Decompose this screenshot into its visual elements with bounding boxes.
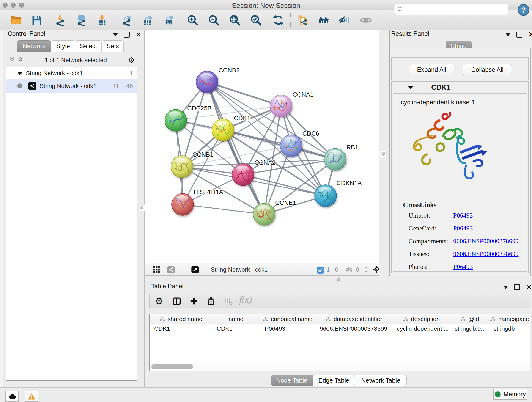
birdseye-view-icon[interactable]	[152, 265, 161, 274]
node-CDKN1A[interactable]	[315, 185, 336, 207]
show-hidden-button[interactable]	[359, 13, 373, 27]
node-table[interactable]: shared namenamecanonical namedatabase id…	[149, 314, 530, 371]
tab-node-table[interactable]: Node Table	[271, 375, 313, 386]
column-header--id[interactable]: @id	[450, 314, 489, 324]
crosslink-link[interactable]: 9606.ENSP00000378699	[453, 250, 519, 258]
network-graph[interactable]: CCNB2CCNA1CDC25BCDK1CDC6RB1CCNB1CCNA2CDK…	[145, 30, 379, 263]
table-cell[interactable]: 9606.ENSP00000378699	[315, 324, 393, 333]
zoom-out-button[interactable]	[207, 13, 220, 27]
memory-button[interactable]: Memory	[493, 389, 527, 400]
node-CDC6[interactable]	[280, 135, 302, 157]
node-CCNB1[interactable]	[171, 156, 193, 178]
refresh-button[interactable]	[272, 13, 285, 27]
export-table-button[interactable]	[141, 13, 154, 27]
column-header-canonical-name[interactable]: canonical name	[260, 314, 315, 324]
column-header-name[interactable]: name	[212, 314, 260, 324]
crosslink-label: GeneCard:	[403, 225, 453, 232]
table-cell[interactable]: CDK1	[150, 324, 212, 333]
node-CDK1[interactable]	[212, 119, 234, 141]
crosslink-link[interactable]: P06493	[453, 212, 473, 219]
panel-close-icon[interactable]: ✕	[136, 32, 141, 37]
scrollbar-thumb[interactable]	[152, 364, 193, 369]
search-input[interactable]	[394, 4, 508, 15]
export-view-icon[interactable]	[191, 265, 199, 274]
panel-menu-icon[interactable]	[113, 33, 118, 36]
string-badge-icon[interactable]	[167, 265, 175, 274]
tab-network-table[interactable]: Network Table	[355, 375, 407, 386]
import-network-button[interactable]	[53, 13, 66, 27]
expand-all-icon[interactable]	[17, 56, 24, 64]
clone-network-button[interactable]	[296, 13, 309, 27]
table-cell[interactable]: stringdb	[489, 324, 530, 333]
table-cell[interactable]: CDK1	[212, 324, 260, 333]
panel-float-icon[interactable]	[516, 32, 522, 38]
node-CDC25B[interactable]	[165, 109, 187, 131]
import-table-button[interactable]	[95, 13, 109, 27]
zoom-selected-button[interactable]	[249, 13, 263, 27]
zoom-fit-button[interactable]	[228, 13, 241, 27]
export-image-button[interactable]	[162, 13, 176, 27]
help-button[interactable]: ?	[517, 4, 530, 16]
tab-select[interactable]: Select	[75, 40, 102, 52]
panel-menu-icon[interactable]	[503, 286, 508, 289]
edge-CCNB2-CCNA1[interactable]	[207, 82, 281, 106]
tab-sets[interactable]: Sets	[102, 40, 124, 52]
table-settings-gear-icon[interactable]: ⚙	[154, 296, 164, 306]
save-session-button[interactable]	[30, 13, 44, 27]
panel-menu-icon[interactable]	[505, 33, 510, 36]
panel-close-icon[interactable]: ✕	[526, 285, 532, 289]
show-all-houses-button[interactable]	[317, 13, 330, 27]
splitter-handle[interactable]	[380, 151, 386, 157]
node-label-CCNA2: CCNA2	[254, 159, 276, 166]
cloud-status-button[interactable]	[5, 391, 19, 402]
collapse-all-icon[interactable]	[8, 56, 15, 64]
hidden-eye-icon[interactable]	[345, 265, 353, 274]
add-column-icon[interactable]	[189, 296, 199, 306]
gene-section-header[interactable]: CDK1	[392, 82, 528, 93]
tab-network[interactable]: Network	[17, 40, 51, 52]
splitter-handle[interactable]	[336, 276, 342, 282]
node-RB1[interactable]	[324, 148, 346, 170]
collapse-section-icon[interactable]	[408, 86, 413, 89]
show-columns-icon[interactable]	[172, 296, 181, 306]
network-row-selected[interactable]: String Network - cdk1 11 48	[6, 79, 137, 93]
node-CCNE1[interactable]	[253, 203, 275, 225]
node-CCNA1[interactable]	[270, 95, 292, 117]
column-header-description[interactable]: description	[393, 314, 450, 324]
hide-selected-button[interactable]	[338, 13, 351, 27]
zoom-in-button[interactable]	[186, 13, 199, 27]
collection-expand-icon[interactable]	[17, 70, 23, 77]
table-cell[interactable]: stringdb:9...	[450, 324, 489, 333]
column-header-database-identifier[interactable]: database identifier	[315, 314, 393, 324]
panel-close-icon[interactable]: ✕	[528, 32, 532, 37]
gear-icon[interactable]: ⚙	[128, 56, 135, 64]
network-view[interactable]: CCNB2CCNA1CDC25BCDK1CDC6RB1CCNB1CCNA2CDK…	[145, 30, 379, 263]
import-network-database-button[interactable]	[74, 13, 88, 27]
node-HIST1H1A[interactable]	[172, 193, 194, 216]
collapse-all-button[interactable]: Collapse All	[463, 64, 512, 75]
splitter-handle[interactable]	[138, 204, 145, 211]
delete-column-trash-icon[interactable]	[206, 296, 216, 306]
tab-style[interactable]: Style	[51, 40, 75, 52]
crosslink-link[interactable]: 9606.ENSP00000378699	[453, 237, 519, 245]
crosslink-link[interactable]: P06493	[453, 263, 473, 270]
tab-edge-table[interactable]: Edge Table	[313, 375, 355, 386]
expand-all-button[interactable]: Expand All	[409, 64, 454, 75]
panel-float-icon[interactable]	[124, 32, 130, 38]
export-network-button[interactable]	[120, 13, 133, 27]
table-cell[interactable]: P06493	[260, 324, 315, 333]
panel-float-icon[interactable]	[514, 284, 520, 290]
edge-HIST1H1A-CCNE1[interactable]	[183, 204, 264, 214]
selected-checkbox-icon[interactable]	[317, 266, 324, 273]
table-cell[interactable]: cyclin-dependent ...	[393, 324, 450, 333]
column-header-namespace[interactable]: namespace	[489, 314, 530, 324]
open-session-button[interactable]	[9, 13, 22, 27]
network-collection-row[interactable]: String Network - cdk1 1	[6, 67, 137, 79]
table-row[interactable]: CDK1CDK1P064939606.ENSP00000378699cyclin…	[150, 324, 530, 333]
node-CCNA2[interactable]	[232, 164, 254, 186]
node-CCNB2[interactable]	[196, 71, 218, 93]
warnings-button[interactable]	[25, 391, 38, 402]
column-header-shared-name[interactable]: shared name	[150, 314, 212, 324]
table-horizontal-scrollbar[interactable]	[150, 363, 530, 370]
crosslink-link[interactable]: P06493	[453, 225, 473, 232]
